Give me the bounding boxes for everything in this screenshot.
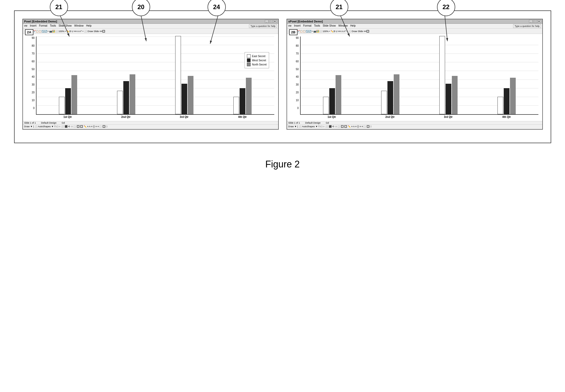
bar-group-q2-right [381, 74, 399, 114]
bar-q3-west-left [181, 84, 187, 114]
bar-q3-west-right [446, 84, 451, 114]
left-chart-area: 90 80 70 60 50 40 30 20 10 0 [23, 34, 278, 121]
left-bar-groups [37, 37, 274, 114]
callout-circle-21-right: 21 [330, 0, 348, 16]
bar-q3-north-left [188, 76, 193, 114]
right-x-labels: 1st Qtr 2nd Qtr 3rd Qtr 4th Qtr [300, 115, 538, 118]
bar-q1-north-left [71, 75, 77, 114]
legend-box-west-left [247, 58, 251, 62]
callout-20: 20 [132, 0, 150, 16]
draw-toolbar-content-left: Draw ▼ | ⬜ AutoShapes ▼ \ \ □ ○ ⬜ ⬛ ⟲ ☆ … [24, 125, 107, 128]
legend-east-left: East Secret [247, 54, 266, 58]
close-btn-left[interactable]: × [273, 20, 277, 23]
bar-group-q1-right [323, 75, 341, 114]
left-panel-id: 2A [25, 29, 34, 35]
figure-caption: Figure 2 [265, 159, 300, 170]
search-box-right[interactable]: Type a question for help [513, 24, 541, 28]
callout-21-left: 21 [50, 0, 68, 16]
bar-q2-east-right [381, 91, 387, 114]
left-legend: East Secret West Secret North Secret [245, 52, 269, 68]
maximize-btn-left[interactable]: □ [269, 20, 273, 23]
right-status-bar: Slide 1 of 1 Default Design Gd [287, 121, 542, 124]
menu-tools-left[interactable]: Tools [50, 24, 56, 28]
right-panel-id: 2B [289, 29, 298, 35]
right-draw-toolbar: Draw ▼ | ⬜ AutoShapes ▼ \ \ □ ○ ⬜ ⬛ ⟲ ☆ … [287, 124, 542, 129]
legend-box-north-left [247, 63, 251, 66]
bar-q4-west-left [240, 88, 245, 114]
bar-q1-north-right [336, 75, 341, 114]
left-window-controls: _ □ × [265, 20, 277, 23]
bar-q4-north-right [510, 78, 516, 114]
left-x-labels: 1st Qtr 2nd Qtr 3rd Qtr 4th Qtr [36, 115, 274, 118]
bar-q3-east-left [175, 36, 181, 114]
left-chart-plot [36, 37, 274, 115]
draw-toolbar-content-right: Draw ▼ | ⬜ AutoShapes ▼ \ \ □ ○ ⬜ ⬛ ⟲ ☆ … [288, 125, 372, 128]
bar-q3-north-right [452, 76, 458, 114]
search-box-left[interactable]: Type a question for help [249, 24, 277, 28]
bar-group-q1-left [59, 75, 77, 114]
arrow-20 [138, 16, 159, 44]
arrow-22 [442, 16, 463, 44]
bar-q2-north-right [394, 74, 399, 114]
svg-line-5 [210, 16, 218, 44]
callout-circle-24: 24 [208, 0, 226, 16]
arrow-21-left [58, 16, 73, 39]
legend-box-east-left [247, 54, 251, 58]
arrow-24 [209, 16, 240, 47]
right-window-controls: _ □ × [529, 20, 541, 23]
bar-q1-east-left [59, 97, 65, 114]
bar-q4-east-left [233, 97, 239, 114]
minimize-btn-right[interactable]: _ [529, 20, 533, 23]
bar-group-q4-right [497, 78, 516, 114]
svg-line-3 [141, 16, 146, 41]
callout-21-right: 21 [330, 0, 348, 16]
menu-insert-left[interactable]: Insert [30, 24, 37, 28]
menu-format-right[interactable]: Format [303, 24, 312, 28]
bar-group-q4-left [233, 78, 252, 114]
menu-format-left[interactable]: Format [39, 24, 47, 28]
right-chart-plot [300, 37, 538, 115]
bar-group-q3-right [439, 36, 458, 114]
menu-tools-right[interactable]: Tools [314, 24, 320, 28]
toolbar-icons-right: ⬜🔲📋✂️📋📋↩️↪️ • 📷🖼️⬜ 100% • ✏️B U ≡≡ A A^ … [288, 30, 369, 33]
menu-window-left[interactable]: Window [74, 24, 84, 28]
close-btn-right[interactable]: × [537, 20, 541, 23]
menu-insert-right[interactable]: Insert [294, 24, 301, 28]
left-y-axis: 90 80 70 60 50 40 30 20 10 0 [26, 37, 35, 110]
bar-q4-east-right [497, 97, 503, 114]
right-menu-bar: vw Insert Format Tools Slide Show Window… [287, 24, 542, 29]
right-title-bar: sPowt [Embedded Demo] _ □ × [287, 19, 542, 24]
left-chart-body: 90 80 70 60 50 40 30 20 10 0 [36, 37, 274, 115]
left-status-bar: Slide 1 of 1 Default Design Gd [23, 121, 278, 124]
callout-circle-22: 22 [437, 0, 455, 16]
callout-22: 22 [437, 0, 455, 16]
menu-help-left[interactable]: Help [86, 24, 92, 28]
right-panel-wrapper: 2B sPowt [Embedded Demo] _ □ × vw Insert… [287, 19, 543, 130]
maximize-btn-right[interactable]: □ [533, 20, 537, 23]
panels-row: 2A Powt [Embedded Demo] _ □ × vw Insert … [22, 19, 543, 130]
bar-q2-west-right [387, 81, 393, 114]
right-bar-groups [301, 37, 538, 114]
svg-line-7 [341, 16, 350, 37]
bar-q1-east-right [323, 97, 329, 114]
right-chart-body: 90 80 70 60 50 40 30 20 10 0 [300, 37, 538, 115]
minimize-btn-left[interactable]: _ [265, 20, 269, 23]
bar-q2-west-left [123, 81, 129, 114]
legend-north-left: North Secret [247, 63, 266, 66]
menu-vw-left[interactable]: vw [24, 24, 27, 28]
bar-q1-west-left [65, 88, 71, 114]
bar-q2-north-left [130, 74, 135, 114]
menu-vw-right[interactable]: vw [288, 24, 291, 28]
right-y-axis: 90 80 70 60 50 40 30 20 10 0 [290, 37, 300, 110]
right-chart-area: 90 80 70 60 50 40 30 20 10 0 [287, 34, 542, 121]
bar-q3-east-right [439, 36, 445, 114]
svg-line-9 [445, 16, 447, 41]
left-draw-toolbar: Draw ▼ | ⬜ AutoShapes ▼ \ \ □ ○ ⬜ ⬛ ⟲ ☆ … [23, 124, 278, 129]
right-toolbar: ⬜🔲📋✂️📋📋↩️↪️ • 📷🖼️⬜ 100% • ✏️B U ≡≡ A A^ … [287, 29, 542, 34]
bar-group-q2-left [117, 74, 135, 114]
callout-24: 24 [208, 0, 226, 16]
svg-line-1 [60, 16, 69, 37]
legend-west-left: West Secret [247, 58, 266, 62]
menu-slideshow-right[interactable]: Slide Show [323, 24, 336, 28]
bar-q1-west-right [329, 88, 335, 114]
